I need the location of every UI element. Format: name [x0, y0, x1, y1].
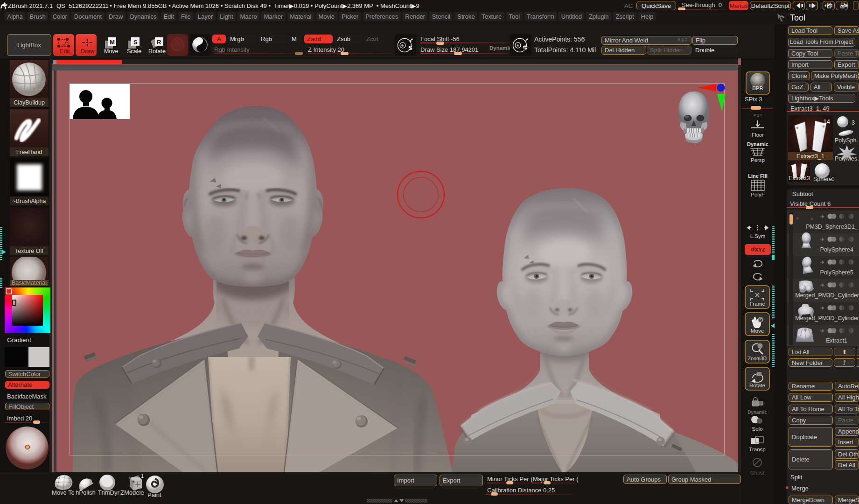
svg-text:L.Sym: L.Sym: [750, 233, 766, 239]
svg-text:R: R: [157, 39, 161, 46]
svg-text:M: M: [759, 318, 762, 322]
svg-text:D: D: [524, 45, 528, 52]
svg-text:Solo: Solo: [752, 426, 762, 432]
svg-text:Floor: Floor: [752, 132, 764, 138]
svg-text:Extract1: Extract1: [826, 337, 847, 344]
svg-text:Line FIll: Line FIll: [748, 173, 768, 179]
svg-text:Merged_PM3D_Cylinder: Merged_PM3D_Cylinder: [795, 315, 859, 322]
svg-text:PM3D_Sphere3D1_: PM3D_Sphere3D1_: [806, 224, 859, 230]
svg-text:⧆ ʓ z: ⧆ ʓ z: [754, 113, 762, 117]
svg-text:Move: Move: [751, 328, 764, 334]
svg-text:FreeHand: FreeHand: [16, 149, 42, 155]
svg-text:BasicMaterial: BasicMaterial: [12, 280, 47, 286]
svg-text:Merged_PM3D_Cylinder: Merged_PM3D_Cylinder: [795, 292, 859, 299]
svg-text:Ghost: Ghost: [750, 470, 765, 476]
svg-text:M: M: [110, 39, 115, 46]
svg-text:Texture Off: Texture Off: [15, 248, 43, 254]
svg-text:S: S: [133, 39, 138, 46]
svg-text:BPR: BPR: [752, 85, 763, 91]
svg-text:SPix 3: SPix 3: [745, 96, 762, 103]
svg-text:PolyMes…: PolyMes…: [835, 155, 859, 161]
svg-text:ClayBuildup: ClayBuildup: [14, 99, 45, 106]
svg-text:Extract3_1: Extract3_1: [796, 153, 824, 160]
svg-text:Scale: Scale: [127, 48, 141, 55]
svg-text:Transp: Transp: [749, 447, 765, 452]
svg-text:S: S: [408, 44, 412, 51]
svg-text:~BrushAlpha: ~BrushAlpha: [13, 198, 46, 204]
svg-text:Sphere3: Sphere3: [813, 176, 834, 182]
svg-text:Dynamic: Dynamic: [747, 141, 768, 147]
svg-text:Draw: Draw: [81, 48, 95, 55]
svg-text:Persp: Persp: [751, 157, 765, 163]
svg-text:Zoom3D: Zoom3D: [748, 356, 767, 361]
svg-text:1: 1: [141, 473, 144, 479]
svg-text:Frame: Frame: [749, 301, 765, 307]
svg-text:Extract3: Extract3: [789, 175, 810, 182]
svg-text:Rotate: Rotate: [148, 48, 166, 55]
svg-text:Edit: Edit: [60, 48, 70, 55]
svg-text:3: 3: [852, 119, 855, 126]
svg-text:PolySphere4: PolySphere4: [820, 246, 853, 253]
svg-text:14: 14: [824, 118, 830, 125]
svg-text:↺XYZ: ↺XYZ: [750, 247, 765, 252]
svg-text:Dynamic: Dynamic: [747, 410, 767, 415]
svg-text:PolySphere5: PolySphere5: [820, 269, 853, 276]
svg-text:Rotate: Rotate: [749, 383, 765, 388]
svg-text:Move: Move: [104, 48, 119, 55]
svg-text:PolySph…: PolySph…: [835, 137, 859, 144]
svg-text:4: 4: [804, 163, 808, 169]
svg-text:PolyF: PolyF: [751, 192, 764, 197]
